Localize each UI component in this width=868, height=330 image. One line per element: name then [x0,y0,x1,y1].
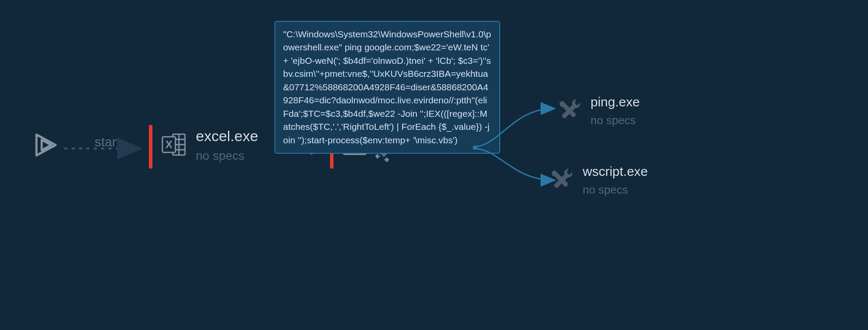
severity-bar [149,125,152,168]
node-title: ping.exe [591,95,640,109]
svg-point-11 [473,145,477,150]
node-sub: no specs [583,183,648,197]
process-flow-diagram: start X excel [0,0,868,330]
node-wscript: wscript.exe no specs [547,164,648,197]
node-sub: no specs [196,149,258,163]
tools-icon [547,164,577,194]
node-excel: X excel.exe no specs [149,125,258,168]
excel-icon: X [158,129,189,160]
tools-icon [555,95,584,124]
play-icon [32,131,60,159]
command-tooltip: "C:\Windows\System32\WindowsPowerShell\v… [274,21,500,154]
connector-start-excel [65,143,152,156]
node-sub: no specs [591,114,640,127]
node-title: wscript.exe [583,164,648,179]
node-ping: ping.exe no specs [555,95,640,127]
svg-text:X: X [165,139,172,150]
node-title: excel.exe [196,128,258,145]
